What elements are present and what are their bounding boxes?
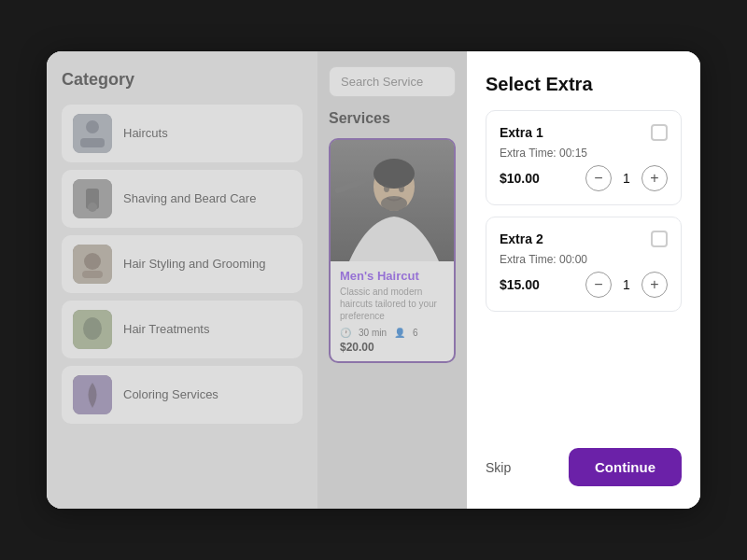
service-card-body: Men's Haircut Classic and modern haircut… — [331, 261, 454, 361]
modal-title: Select Extra — [486, 74, 682, 95]
category-title: Category — [62, 70, 303, 90]
coloring-label: Coloring Services — [123, 387, 218, 403]
service-meta: 🕐 30 min 👤 6 — [340, 328, 444, 338]
treatments-icon — [73, 310, 112, 349]
extra-2-name: Extra 2 — [500, 231, 543, 246]
search-input[interactable] — [329, 66, 456, 97]
sidebar-item-haircuts[interactable]: Haircuts — [62, 105, 303, 162]
shaving-label: Shaving and Beard Care — [123, 191, 256, 207]
extra-1-time: Extra Time: 00:15 — [500, 147, 668, 160]
main-container: Category Haircuts Shaving and Beard Care… — [47, 51, 700, 509]
extra-1-card: Extra 1 Extra Time: 00:15 $10.00 − 1 + — [486, 110, 682, 205]
extra-1-quantity: 1 — [619, 171, 634, 186]
extra-2-price-row: $15.00 − 1 + — [500, 272, 668, 298]
extra-1-decrement-button[interactable]: − — [585, 165, 612, 191]
extra-2-quantity: 1 — [619, 277, 634, 292]
service-name: Men's Haircut — [340, 269, 444, 283]
svg-point-19 — [381, 196, 407, 211]
services-panel: Services — [317, 51, 467, 509]
extra-1-header: Extra 1 — [500, 124, 668, 141]
extra-1-name: Extra 1 — [500, 125, 543, 140]
select-extra-panel: Select Extra Extra 1 Extra Time: 00:15 $… — [467, 51, 700, 509]
extra-2-quantity-control: − 1 + — [585, 272, 668, 298]
modal-footer: Skip Continue — [486, 439, 682, 486]
svg-rect-8 — [82, 271, 103, 278]
svg-point-17 — [384, 185, 389, 192]
styling-label: Hair Styling and Grooming — [123, 257, 265, 273]
extra-1-price: $10.00 — [500, 171, 540, 186]
haircuts-icon — [73, 114, 112, 153]
svg-rect-2 — [80, 138, 105, 147]
extra-2-time: Extra Time: 00:00 — [500, 253, 668, 266]
svg-point-18 — [399, 185, 404, 192]
clock-icon: 🕐 — [340, 328, 351, 338]
service-desc: Classic and modern haircuts tailored to … — [340, 286, 444, 322]
svg-point-7 — [84, 253, 101, 270]
sidebar-item-treatments[interactable]: Hair Treatments — [62, 301, 303, 358]
sidebar-item-styling[interactable]: Hair Styling and Grooming — [62, 235, 303, 293]
shaving-icon — [73, 179, 112, 218]
svg-point-10 — [83, 317, 102, 340]
extra-1-price-row: $10.00 − 1 + — [500, 165, 668, 191]
skip-button[interactable]: Skip — [486, 460, 511, 475]
service-price: $20.00 — [340, 341, 444, 354]
extra-1-quantity-control: − 1 + — [585, 165, 668, 191]
person-icon: 👤 — [394, 328, 405, 338]
sidebar-item-shaving[interactable]: Shaving and Beard Care — [62, 170, 303, 228]
extra-2-header: Extra 2 — [500, 231, 668, 247]
extra-1-increment-button[interactable]: + — [641, 165, 668, 191]
service-card-mens-haircut[interactable]: Men's Haircut Classic and modern haircut… — [329, 138, 456, 363]
service-duration: 30 min — [359, 328, 387, 338]
svg-point-15 — [374, 159, 415, 189]
haircut-illustration — [331, 140, 454, 261]
service-slots: 6 — [413, 328, 418, 338]
continue-button[interactable]: Continue — [569, 448, 682, 486]
category-panel: Category Haircuts Shaving and Beard Care… — [47, 51, 317, 509]
service-card-image — [331, 140, 454, 261]
extra-2-decrement-button[interactable]: − — [585, 272, 612, 298]
svg-point-1 — [86, 120, 99, 133]
sidebar-item-coloring[interactable]: Coloring Services — [62, 366, 303, 424]
extra-2-increment-button[interactable]: + — [641, 272, 668, 298]
svg-point-5 — [88, 203, 97, 212]
haircuts-label: Haircuts — [123, 126, 168, 142]
treatments-label: Hair Treatments — [123, 322, 209, 338]
extra-2-card: Extra 2 Extra Time: 00:00 $15.00 − 1 + — [486, 217, 682, 312]
styling-icon — [73, 245, 112, 284]
coloring-icon — [73, 375, 112, 414]
extra-1-checkbox[interactable] — [651, 124, 668, 141]
services-title: Services — [329, 110, 456, 127]
extra-2-price: $15.00 — [500, 277, 540, 292]
extra-2-checkbox[interactable] — [651, 231, 668, 247]
